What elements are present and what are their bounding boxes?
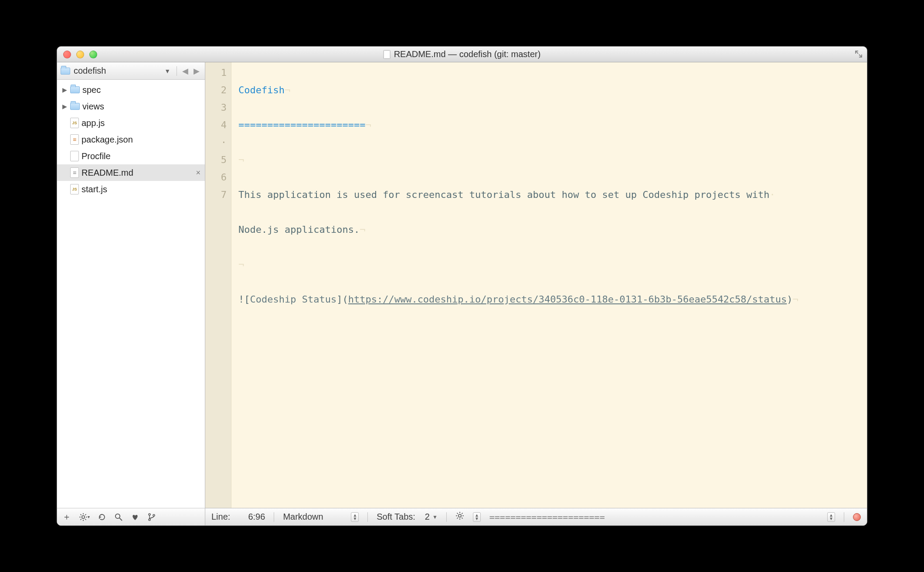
file-browser: codefish ▼ ◀ ▶ ▶ spec ▶ views — [57, 62, 205, 525]
window-title-text: README.md — codefish (git: master) — [394, 49, 541, 59]
code-text: ====================== — [238, 119, 365, 130]
editor-pane: 1 2 3 4 · 5 6 7 Codefish¬ ==============… — [205, 62, 867, 525]
minimize-button[interactable] — [76, 51, 84, 58]
disclosure-triangle-icon[interactable]: ▶ — [61, 86, 68, 93]
stepper-icon[interactable]: ▲▼ — [827, 512, 835, 522]
svg-point-11 — [149, 514, 150, 515]
code-text: ! — [238, 294, 244, 305]
gear-icon[interactable]: ▾ — [79, 513, 90, 521]
code-text: This application is used for screencast … — [238, 189, 770, 200]
file-browser-header[interactable]: codefish ▼ ◀ ▶ — [57, 62, 205, 80]
gutter-line: 5 — [205, 151, 227, 169]
svg-point-14 — [459, 514, 461, 517]
code-url: https://www.codeship.io/projects/340536c… — [348, 294, 787, 305]
add-icon[interactable]: ＋ — [62, 511, 71, 523]
gutter-line: 6 — [205, 169, 227, 186]
fullscreen-icon[interactable] — [853, 48, 864, 60]
folder-icon — [61, 68, 70, 75]
tree-folder-views[interactable]: ▶ views — [57, 98, 205, 115]
language-selector[interactable]: Markdown ▲▼ — [283, 512, 359, 522]
code-area[interactable]: Codefish¬ ======================¬ ¬ This… — [231, 62, 867, 508]
nav-forward-icon[interactable]: ▶ — [192, 66, 201, 76]
svg-line-20 — [462, 518, 462, 518]
tree-file-readme-md[interactable]: README.md × — [57, 164, 205, 181]
tree-item-label: README.md — [82, 168, 133, 178]
gutter-line: 3 — [205, 99, 227, 116]
file-icon — [70, 134, 79, 145]
code-text: ] — [336, 294, 342, 305]
tree-file-procfile[interactable]: Procfile — [57, 148, 205, 164]
code-text: Codefish — [238, 85, 285, 95]
record-indicator-icon[interactable] — [853, 513, 861, 521]
zoom-button[interactable] — [89, 51, 97, 58]
code-text: Node.js applications. — [238, 224, 360, 235]
document-icon — [384, 50, 391, 59]
file-tree: ▶ spec ▶ views app.js package. — [57, 80, 205, 508]
svg-point-13 — [153, 514, 155, 516]
soft-tabs-label: Soft Tabs: — [377, 512, 415, 522]
soft-tabs-selector[interactable]: Soft Tabs: 2 ▼ — [377, 512, 438, 522]
stepper-icon[interactable]: ▲▼ — [473, 512, 481, 522]
gutter-line: 7 — [205, 186, 227, 204]
line-label: Line: — [211, 512, 230, 522]
svg-line-8 — [85, 514, 86, 515]
folder-icon — [70, 86, 80, 93]
svg-line-7 — [81, 519, 82, 520]
gear-icon[interactable] — [455, 511, 464, 522]
tree-folder-spec[interactable]: ▶ spec — [57, 82, 205, 98]
code-text: [ — [244, 294, 250, 305]
file-icon — [70, 151, 79, 161]
svg-point-9 — [116, 514, 120, 518]
gutter-line: 2 — [205, 82, 227, 99]
svg-point-12 — [149, 519, 150, 521]
project-dropdown-icon[interactable]: ▼ — [162, 68, 173, 75]
svg-line-22 — [462, 513, 462, 514]
folder-icon — [70, 103, 80, 110]
editor[interactable]: 1 2 3 4 · 5 6 7 Codefish¬ ==============… — [205, 62, 867, 508]
main-area: codefish ▼ ◀ ▶ ▶ spec ▶ views — [57, 62, 867, 525]
line-value[interactable]: 6:96 — [239, 512, 265, 522]
close-button[interactable] — [63, 51, 71, 58]
tree-item-label: Procfile — [82, 151, 111, 161]
tree-file-app-js[interactable]: app.js — [57, 115, 205, 131]
svg-point-0 — [82, 515, 85, 518]
refresh-icon[interactable] — [98, 513, 106, 521]
gutter-line: 1 — [205, 64, 227, 82]
soft-tabs-value: 2 — [425, 512, 430, 522]
symbol-indicator[interactable]: ====================== — [489, 512, 819, 522]
file-browser-footer: ＋ ▾ — [57, 508, 205, 525]
git-branch-icon[interactable] — [147, 513, 156, 521]
window-controls — [57, 51, 97, 58]
file-icon — [70, 118, 79, 128]
code-text: Codeship Status — [250, 294, 337, 305]
tree-item-label: views — [82, 102, 104, 112]
search-icon[interactable] — [114, 513, 123, 521]
line-gutter: 1 2 3 4 · 5 6 7 — [205, 62, 231, 508]
tree-file-start-js[interactable]: start.js — [57, 181, 205, 197]
tree-item-label: start.js — [82, 184, 107, 194]
gutter-line: · — [205, 134, 227, 151]
file-icon — [70, 167, 79, 178]
stepper-icon: ▲▼ — [351, 512, 359, 522]
project-name: codefish — [74, 66, 106, 76]
language-label: Markdown — [283, 512, 348, 522]
tree-item-label: app.js — [82, 118, 105, 128]
svg-line-10 — [119, 518, 122, 521]
file-icon — [70, 184, 79, 194]
titlebar: README.md — codefish (git: master) — [57, 47, 867, 62]
disclosure-triangle-icon[interactable]: ▶ — [61, 103, 68, 110]
svg-line-21 — [457, 518, 458, 518]
tree-item-label: package.json — [82, 135, 133, 145]
nav-back-icon[interactable]: ◀ — [180, 66, 190, 76]
svg-line-19 — [457, 513, 458, 514]
code-text: ( — [342, 294, 348, 305]
code-text: ) — [787, 294, 792, 305]
close-file-icon[interactable]: × — [196, 168, 200, 177]
tree-item-label: spec — [82, 85, 101, 95]
svg-line-6 — [85, 519, 86, 520]
tree-file-package-json[interactable]: package.json — [57, 131, 205, 148]
status-bar: Line: 6:96 Markdown ▲▼ Soft Tabs: 2 ▼ — [205, 508, 867, 525]
gutter-line: 4 — [205, 116, 227, 134]
editor-window: README.md — codefish (git: master) codef… — [57, 46, 867, 526]
heart-icon[interactable] — [131, 513, 139, 521]
